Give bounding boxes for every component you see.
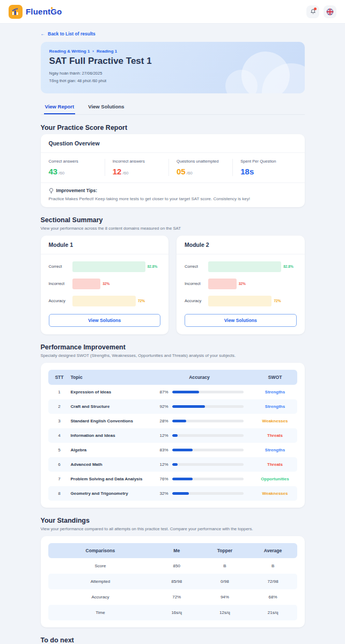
stat-correct: Correct answers 43/60 [49,159,105,176]
stat-label: Questions unattempted [177,159,232,164]
module-title: Module 2 [177,236,305,254]
tips-title: Improvement Tips: [56,188,98,193]
row-index: 2 [48,399,71,414]
question-overview-title: Question Overview [41,134,305,153]
swot-badge: Strengths [253,448,297,452]
swot-badge: Threats [253,462,297,467]
modules-grid: Module 1 Correct 82.8% Incorrect 32% Acc… [41,236,305,334]
accuracy-bar-track [172,478,244,480]
bar-label: Correct [185,264,208,269]
row-index: 4 [48,428,71,443]
back-link-label: Back to List of results [48,31,96,36]
accuracy-value: 28% [156,419,168,423]
view-solutions-button[interactable]: View Solutions [49,314,161,327]
module-bar-row: Accuracy 72% [185,296,297,306]
table-header: Comparisons Me Topper Average [48,543,297,558]
column-header: Comparisons [48,543,153,558]
performance-heading: Performance Improvement [41,343,305,351]
stat-unattempted: Questions unattempted 05/60 [168,159,232,176]
back-to-results-link[interactable]: ← Back to List of results [41,31,96,36]
accuracy-bar [72,296,136,306]
bar-label: Incorrect [49,281,72,286]
table-row: 2Craft and Structure92%Strengths [48,399,297,414]
sectional-summary-subtitle: View your performance across the 8 conte… [41,226,305,231]
table-row: 8Geometry and Trigonometry32%Weaknesses [48,486,297,501]
accuracy-cell: 76% [156,477,253,481]
bar-label: Accuracy [49,298,72,303]
page-title: SAT Full Practive Test 1 [49,56,296,67]
accuracy-bar-track [172,420,244,422]
bar-value: 82.8% [148,265,158,268]
module-bar-row: Incorrect 32% [49,279,161,289]
tab-view-report[interactable]: View Report [44,99,76,114]
stat-label: Correct answers [49,159,105,164]
stat-suffix: /60 [58,171,64,175]
comparison-value: 85/98 [152,574,201,589]
language-button[interactable] [324,5,336,18]
table-row: Score850BB [48,558,297,574]
score-report-heading: Your Practice Score Report [41,124,305,131]
accuracy-value: 32% [156,491,168,496]
banner-meta: Ngày hoàn thành: 27/06/2025 Tổng thời gi… [49,70,296,85]
total-time: Tổng thời gian: 48 phút /60 phút [49,77,296,85]
comparison-value: 21s/q [249,605,297,620]
accuracy-bar-track [172,449,244,451]
accuracy-bar [208,296,271,306]
stat-time-per-question: Spent Per Question 18s [232,159,296,176]
bar-value: 32% [102,282,109,286]
brand-name: FluentGo [26,7,62,16]
module-title: Module 1 [41,236,169,254]
incorrect-bar [72,279,101,289]
accuracy-bar-fill [172,405,205,408]
row-index: 7 [48,472,71,486]
bar-value: 32% [239,282,246,286]
correct-bar [208,261,281,272]
accuracy-bar-track [172,405,244,408]
column-header: Me [152,543,201,558]
breadcrumb-item[interactable]: Reading 1 [97,49,117,54]
table-header: STT Topic Accuracy SWOT [48,370,297,385]
comparison-label: Score [48,558,153,574]
completion-date: Ngày hoàn thành: 27/06/2025 [49,70,296,77]
swot-badge: Opportunities [253,477,297,481]
module-bar-row: Incorrect 32% [185,279,297,289]
notifications-button[interactable] [306,5,319,18]
question-overview-card: Question Overview Correct answers 43/60 … [41,134,305,207]
accuracy-cell: 32% [156,491,253,496]
row-index: 3 [48,414,71,428]
accuracy-bar-fill [172,434,178,437]
accuracy-bar-track [172,463,244,466]
accuracy-value: 87% [156,390,168,394]
table-row: Attempted85/980/9872/98 [48,574,297,589]
accuracy-bar-fill [172,420,187,422]
topic-label: Geometry and Trigonometry [71,491,156,496]
swot-badge: Weaknesses [253,419,297,423]
column-header: SWOT [253,375,297,380]
improvement-tips: Improvement Tips: Practice Makes Perfect… [41,182,305,207]
uk-flag-icon [326,8,334,16]
comparison-value: 850 [152,558,201,574]
stat-incorrect: Incorrect answers 12/60 [105,159,168,176]
incorrect-bar [208,279,237,289]
accuracy-value: 12% [156,433,168,438]
accuracy-cell: 87% [156,390,253,394]
accuracy-bar-fill [172,449,193,451]
accuracy-bar-track [172,434,244,437]
comparison-label: Time [48,605,153,620]
bar-value: 82.8% [283,265,293,268]
breadcrumb: Reading & Writing 1 › Reading 1 [49,49,296,54]
comparison-value: B [201,558,249,574]
breadcrumb-item[interactable]: Reading & Writing 1 [49,49,90,54]
topbar-actions [306,5,336,18]
fluentgo-logo[interactable]: FluentGo [9,5,62,19]
comparison-value: 68% [249,589,297,605]
accuracy-value: 83% [156,448,168,452]
tab-view-solutions[interactable]: View Solutions [87,99,125,114]
performance-subtitle: Specially designed SWOT (Strengths, Weak… [41,353,305,358]
comparison-value: B [249,558,297,574]
stat-value: 12/60 [113,167,168,176]
bar-label: Accuracy [185,298,208,303]
accuracy-cell: 83% [156,448,253,452]
view-solutions-button[interactable]: View Solutions [185,314,297,327]
module-bar-row: Accuracy 72% [49,296,161,306]
